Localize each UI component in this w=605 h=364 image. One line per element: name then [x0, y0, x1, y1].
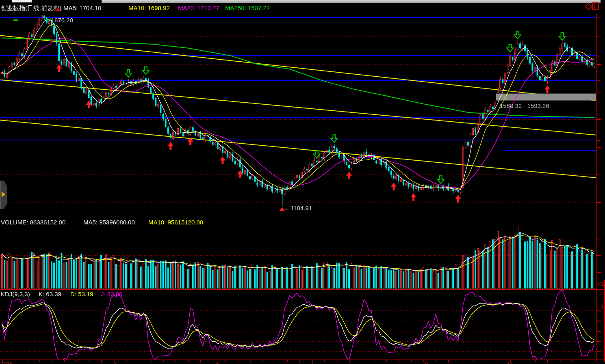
- kdj-name: KDJ(9,3,3): [1, 291, 30, 297]
- kdj-header: KDJ(9,3,3) K: 63.39 D: 53.19 J: 83.80: [0, 291, 605, 299]
- axis-label-fragment: 1: [601, 304, 604, 310]
- volume-ma5-value: MA5: 95396080.00: [83, 219, 135, 226]
- chart-canvas[interactable]: [0, 0, 605, 364]
- green-tick-icon: [13, 19, 18, 21]
- split-pane-icon[interactable]: [592, 2, 599, 10]
- kdj-d-value: D: 53.19: [70, 291, 93, 297]
- trough-price-label: ←1184.91: [284, 205, 312, 211]
- x-axis-label: 11: [507, 361, 513, 364]
- volume-header: VOLUME: 86336152.00 MA5: 95396080.00 MA1…: [0, 219, 605, 227]
- x-axis-label: 3: [114, 361, 117, 364]
- ma250-value: MA250: 1507.22: [225, 4, 270, 11]
- x-axis-label: 7: [310, 361, 313, 364]
- instrument-title: 创业板指(日线.前复权): [1, 4, 61, 12]
- ma20-value: MA20: 1710.77: [178, 4, 219, 11]
- chart-header: 创业板指(日线.前复权) MA5: 1704.10 MA10: 1698.92 …: [0, 4, 605, 13]
- ma5-value: MA5: 1704.10: [63, 4, 101, 11]
- peak-price-label: ~1876.20: [48, 17, 73, 24]
- window-titlebar-fragment: [102, 0, 601, 3]
- stock-chart-app: 创业板指(日线.前复权) MA5: 1704.10 MA10: 1698.92 …: [0, 0, 605, 364]
- volume-value: VOLUME: 86336152.00: [1, 219, 65, 226]
- x-axis-label: 5: [216, 361, 219, 364]
- volume-ma10-value: MA10: 95615120.00: [148, 219, 203, 226]
- gap-range-label: 1568.32 - 1593.26: [500, 102, 549, 109]
- expand-arrow-icon: [2, 192, 5, 197]
- x-scale-badge: X1: [598, 281, 604, 287]
- kdj-j-value: J: 83.80: [101, 291, 122, 297]
- kdj-k-value: K: 63.39: [39, 291, 61, 297]
- x-axis-label: 2018: [1, 361, 13, 364]
- ma10-value: MA10: 1698.92: [128, 4, 170, 11]
- x-axis-label: 9: [425, 361, 428, 364]
- window-strip-fragment: [12, 0, 32, 2]
- up-arrow-icon: [55, 6, 59, 13]
